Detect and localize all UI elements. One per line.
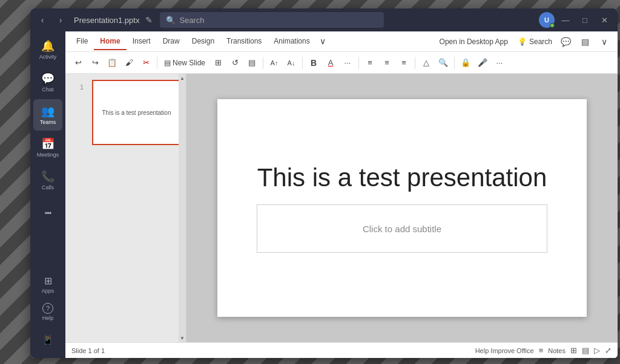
new-slide-label: New Slide — [173, 59, 205, 67]
bold-button[interactable]: B — [306, 55, 322, 71]
slide-thumbnail[interactable]: This is a test presentation — [92, 80, 181, 145]
slide-subtitle-placeholder: Click to add subtitle — [363, 224, 441, 234]
notes-icon[interactable]: ≡ — [539, 346, 544, 355]
slide-panel-scrollbar[interactable]: ▲ ▼ — [179, 74, 186, 342]
canvas-area: This is a test presentation Click to add… — [186, 74, 618, 342]
title-bar-right: U — □ ✕ — [539, 12, 613, 28]
ppt-area: File Home Insert Draw Design Transitions… — [65, 31, 618, 358]
device-icon: 📱 — [42, 334, 54, 346]
edit-icon[interactable]: ✎ — [145, 15, 153, 25]
scroll-down-button[interactable]: ▼ — [179, 334, 186, 342]
sidebar-item-help[interactable]: ? Help — [33, 299, 62, 325]
paste-button[interactable]: 📋 — [104, 55, 120, 71]
title-bar: ‹ › Presentation1.pptx ✎ 🔍 U — □ ✕ — [30, 8, 618, 31]
meetings-icon: 📅 — [41, 137, 54, 151]
tab-design[interactable]: Design — [186, 33, 220, 50]
back-button[interactable]: ‹ — [35, 13, 50, 27]
help-improve-text: Help Improve Office — [475, 347, 534, 354]
font-increase-button[interactable]: A↑ — [266, 55, 282, 71]
status-bar-right: Help Improve Office ≡ Notes ⊞ ▤ ▷ ⤢ — [475, 346, 612, 355]
toolbar: ↩ ↪ 📋 🖌 ✂ ▤ New Slide ⊞ ↺ ▤ A↑ A↓ B A — [65, 52, 618, 74]
toolbar-separator-6 — [454, 57, 455, 69]
sidebar-item-teams-label: Teams — [40, 119, 56, 125]
present-icon[interactable]: ▷ — [594, 346, 600, 355]
sidebar-item-more[interactable]: ••• — [33, 197, 62, 229]
tab-animations[interactable]: Animations — [268, 33, 315, 50]
present-button[interactable]: ▤ — [576, 34, 593, 50]
layout-button[interactable]: ⊞ — [210, 55, 226, 71]
slide-sorter-icon[interactable]: ⊞ — [570, 346, 577, 355]
sidebar-item-calls[interactable]: 📞 Calls — [33, 164, 62, 196]
section-button[interactable]: ▤ — [244, 55, 260, 71]
search-icon: 🔍 — [166, 16, 176, 25]
align-button[interactable]: ≡ — [396, 55, 412, 71]
cut-button[interactable]: ✂ — [138, 55, 154, 71]
sidebar-item-apps-label: Apps — [42, 288, 54, 294]
sidebar-item-chat[interactable]: 💬 Chat — [33, 67, 62, 98]
search-box[interactable]: 🔍 — [160, 12, 384, 28]
undo-button[interactable]: ↩ — [70, 55, 86, 71]
new-slide-button[interactable]: ▤ New Slide — [160, 55, 209, 71]
bullets-button[interactable]: ≡ — [362, 55, 378, 71]
tab-transitions[interactable]: Transitions — [220, 33, 268, 50]
apps-icon: ⊞ — [44, 275, 52, 287]
sidebar-bottom: ⊞ Apps ? Help 📱 — [33, 271, 62, 358]
tab-file[interactable]: File — [70, 33, 94, 50]
slide-number: 1 — [80, 83, 88, 91]
redo-button[interactable]: ↪ — [87, 55, 103, 71]
ribbon-search-label: Search — [529, 37, 552, 46]
find-button[interactable]: 🔍 — [435, 55, 451, 71]
numbering-button[interactable]: ≡ — [379, 55, 395, 71]
fit-icon[interactable]: ⤢ — [605, 346, 612, 355]
title-bar-left: ‹ › Presentation1.pptx ✎ — [35, 13, 153, 27]
open-desktop-button[interactable]: Open in Desktop App — [435, 35, 513, 48]
tab-more[interactable]: ∨ — [316, 36, 329, 47]
sidebar-item-meetings[interactable]: 📅 Meetings — [33, 132, 62, 163]
sidebar-item-teams[interactable]: 👥 Teams — [33, 99, 62, 131]
activity-icon: 🔔 — [41, 39, 54, 53]
shapes-button[interactable]: △ — [418, 55, 434, 71]
slide-title[interactable]: This is a test presentation — [236, 163, 569, 192]
sidebar-item-help-label: Help — [42, 315, 54, 321]
slide-thumb-container: 1 This is a test presentation — [65, 74, 186, 151]
minimize-button[interactable]: — — [557, 12, 574, 28]
slide-canvas[interactable]: This is a test presentation Click to add… — [217, 99, 587, 317]
font-decrease-button[interactable]: A↓ — [283, 55, 299, 71]
sidebar-item-apps[interactable]: ⊞ Apps — [33, 271, 62, 297]
ribbon-overflow-button[interactable]: ∨ — [596, 34, 613, 50]
reset-button[interactable]: ↺ — [227, 55, 243, 71]
close-button[interactable]: ✕ — [596, 12, 613, 28]
reading-view-icon[interactable]: ▤ — [582, 346, 589, 355]
format-painter-button[interactable]: 🖌 — [121, 55, 137, 71]
more-formatting-button[interactable]: ··· — [340, 55, 355, 71]
more-icon: ••• — [45, 209, 51, 218]
slide-subtitle-box[interactable]: Click to add subtitle — [257, 204, 547, 253]
ribbon-search-icon: 💡 — [518, 37, 527, 46]
font-color-button[interactable]: A — [323, 55, 338, 71]
status-bar: Slide 1 of 1 Help Improve Office ≡ Notes… — [65, 342, 618, 358]
tab-home[interactable]: Home — [94, 33, 126, 50]
search-input[interactable] — [179, 16, 378, 25]
file-title: Presentation1.pptx — [74, 16, 139, 25]
sidebar-item-activity[interactable]: 🔔 Activity — [33, 34, 62, 65]
tab-insert[interactable]: Insert — [127, 33, 157, 50]
sidebar-item-device[interactable]: 📱 — [33, 327, 62, 353]
toolbar-overflow-button[interactable]: ··· — [492, 55, 507, 71]
ribbon-search[interactable]: 💡 Search — [518, 37, 552, 46]
ribbon-tabs-right: Open in Desktop App 💡 Search 💬 ▤ ∨ — [435, 34, 613, 50]
sidebar-item-meetings-label: Meetings — [37, 152, 59, 158]
tab-draw[interactable]: Draw — [157, 33, 186, 50]
dictate-button[interactable]: 🎤 — [475, 55, 490, 71]
sidebar-item-activity-label: Activity — [39, 54, 57, 60]
maximize-button[interactable]: □ — [576, 12, 593, 28]
comments-button[interactable]: 💬 — [557, 34, 574, 50]
sensitivity-button[interactable]: 🔒 — [458, 55, 473, 71]
slide-panel: 1 This is a test presentation ▲ ▼ — [65, 74, 186, 342]
toolbar-separator-3 — [302, 57, 303, 69]
scroll-up-button[interactable]: ▲ — [179, 74, 186, 82]
avatar[interactable]: U — [539, 12, 555, 28]
sidebar-item-calls-label: Calls — [42, 184, 54, 190]
main-content: 🔔 Activity 💬 Chat 👥 Teams 📅 Meetings 📞 C… — [30, 31, 618, 358]
help-icon: ? — [42, 303, 53, 314]
forward-button[interactable]: › — [53, 13, 68, 27]
